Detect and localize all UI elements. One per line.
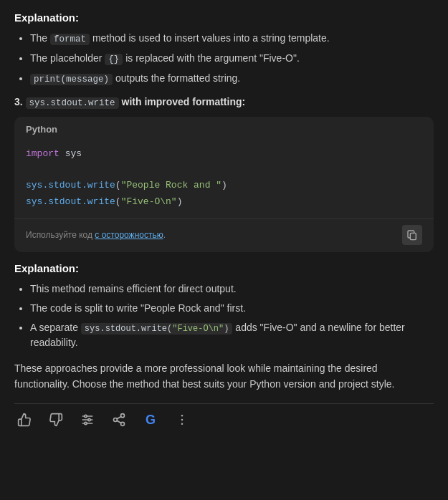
copy-button[interactable]	[402, 225, 422, 245]
code-format: format	[50, 34, 90, 45]
toolbar: G	[14, 403, 434, 430]
svg-line-11	[117, 417, 121, 419]
code-paren-close-2: )	[177, 196, 183, 207]
code-stdout-write-2: sys.stdout.write	[26, 196, 115, 207]
explanation-1-list: The format method is used to insert valu…	[14, 31, 434, 86]
code-placeholder: {}	[105, 54, 123, 65]
more-button[interactable]	[172, 410, 192, 430]
code-content: import sys sys.stdout.write("People Rock…	[14, 140, 434, 218]
explanation-2-label: Explanation:	[14, 262, 434, 274]
code-five-o: sys.stdout.write("Five-O\n")	[81, 323, 233, 335]
code-footer-text: Используйте код с осторожностью.	[26, 230, 166, 240]
svg-point-12	[181, 415, 184, 417]
explanation-2-list: This method remains efficient for direct…	[14, 282, 434, 350]
code-footer-link[interactable]: с осторожностью	[95, 230, 163, 240]
section-heading-suffix: with improved formatting:	[122, 96, 246, 107]
bullet-2-2: The code is split to write "People Rock …	[30, 301, 434, 316]
code-block: Python import sys sys.stdout.write("Peop…	[14, 117, 434, 251]
svg-line-10	[117, 421, 121, 423]
bullet-1-1: The format method is used to insert valu…	[30, 31, 434, 47]
section-code-label: sys.stdout.write	[26, 97, 119, 109]
thumbup-button[interactable]	[14, 410, 34, 430]
section-num: 3.	[14, 96, 23, 107]
keyword-import: import	[26, 148, 59, 159]
code-print-message: print(message)	[30, 74, 113, 85]
code-paren-2: (	[115, 196, 121, 207]
section-3-heading: 3. sys.stdout.write with improved format…	[14, 96, 434, 108]
conclusion-paragraph: These approaches provide a more professi…	[14, 360, 434, 393]
svg-point-4	[85, 415, 87, 418]
svg-point-5	[88, 419, 90, 421]
code-block-language: Python	[14, 117, 434, 140]
share-button[interactable]	[109, 410, 129, 430]
svg-rect-0	[410, 233, 416, 239]
code-footer: Используйте код с осторожностью.	[14, 218, 434, 252]
svg-point-14	[181, 423, 184, 426]
code-sys: sys	[65, 148, 82, 159]
code-paren-close-1: )	[221, 180, 227, 191]
code-stdout-write-1: sys.stdout.write	[26, 180, 115, 191]
code-line-1: import sys	[26, 146, 422, 162]
thumbdown-button[interactable]	[46, 410, 66, 430]
tune-button[interactable]	[77, 410, 97, 430]
bullet-2-1: This method remains efficient for direct…	[30, 282, 434, 297]
code-line-blank	[26, 162, 422, 178]
svg-point-6	[85, 423, 87, 425]
bullet-1-3: print(message) outputs the formatted str…	[30, 71, 434, 87]
code-line-3: sys.stdout.write("Five-O\n")	[26, 194, 422, 210]
explanation-1-label: Explanation:	[14, 11, 434, 24]
code-line-2: sys.stdout.write("People Rock and ")	[26, 178, 422, 193]
bullet-2-3: A separate sys.stdout.write("Five-O\n") …	[30, 320, 434, 350]
google-button[interactable]: G	[140, 410, 161, 430]
bullet-1-2: The placeholder {} is replaced with the …	[30, 51, 434, 67]
code-string-1: "People Rock and "	[121, 180, 221, 191]
code-paren-1: (	[115, 180, 121, 191]
svg-point-13	[181, 419, 184, 421]
code-string-2: "Five-O\n"	[121, 196, 177, 207]
google-icon: G	[146, 413, 156, 428]
